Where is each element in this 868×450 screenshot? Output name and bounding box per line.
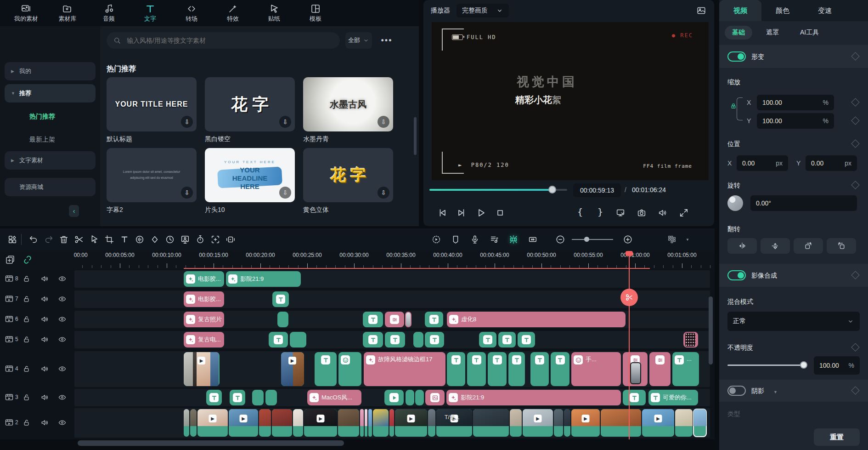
video-clip[interactable]	[428, 409, 435, 437]
nav-item-模板[interactable]: 模板	[301, 3, 330, 23]
template-tile-片头10[interactable]: YOUR TEXT HERE YOUR HEADLINE HERE⇩	[205, 148, 295, 202]
next-frame-button[interactable]	[455, 206, 468, 220]
video-clip[interactable]: ▶	[642, 409, 674, 437]
text-clip[interactable]	[498, 332, 516, 347]
playhead-line[interactable]	[629, 251, 630, 439]
clip[interactable]	[290, 332, 306, 347]
voice-change-button[interactable]	[133, 233, 147, 246]
rotate-keyframe-icon[interactable]	[851, 181, 859, 189]
track-type[interactable]: 8	[5, 274, 18, 283]
effect-clip[interactable]: 复古电...	[184, 332, 224, 347]
sidebar-item-资源商城[interactable]: 资源商城	[5, 178, 96, 196]
speaker-button[interactable]	[40, 365, 49, 373]
text-clip[interactable]: ...	[672, 352, 699, 386]
volume-button[interactable]	[656, 206, 670, 220]
video-clip[interactable]	[365, 409, 367, 437]
blend-dropdown[interactable]: 正常	[727, 312, 860, 331]
shadow-expand-icon[interactable]: ▼	[773, 390, 778, 394]
keyframe-button[interactable]	[148, 233, 162, 246]
video-clip[interactable]: ▶	[229, 409, 258, 437]
playhead-handle[interactable]	[626, 251, 633, 256]
speaker-button[interactable]	[40, 315, 49, 324]
adjustment-clip[interactable]	[623, 352, 648, 386]
track-manage-button[interactable]	[665, 233, 679, 246]
pos-x-input[interactable]: 0.00px	[737, 155, 788, 171]
text-clip[interactable]	[385, 332, 405, 347]
video-clip[interactable]	[675, 409, 693, 437]
text-clip[interactable]	[518, 332, 535, 347]
crop-button[interactable]	[102, 233, 116, 246]
zoom-out-button[interactable]	[553, 233, 567, 246]
video-clip[interactable]	[554, 409, 563, 437]
clip[interactable]	[413, 332, 423, 347]
camera-roll-button[interactable]	[224, 233, 237, 246]
flip-v-button[interactable]	[761, 238, 790, 254]
text-tool-button[interactable]	[118, 233, 131, 246]
sticker-clip[interactable]: 手...	[571, 352, 621, 386]
video-clip[interactable]	[338, 409, 359, 437]
video-viewport[interactable]: FULL HD ● REC 视觉中国 精彩小花絮 ► P80/2 120 FF4…	[432, 22, 709, 180]
tab-视频[interactable]: 视频	[719, 0, 761, 21]
speaker-button[interactable]	[40, 295, 49, 303]
trash-button[interactable]	[57, 233, 71, 246]
track-type[interactable]: 3	[5, 393, 18, 402]
nav-item-素材库[interactable]: 素材库	[53, 3, 82, 23]
template-tile-字幕2[interactable]: Lorem ipsum dolor sit amet, consectetur …	[107, 148, 197, 202]
track-type[interactable]: 5	[5, 335, 18, 344]
photo-group-clip[interactable]: ▶	[281, 352, 304, 386]
text-clip[interactable]	[530, 352, 549, 386]
seek-handle[interactable]	[548, 186, 556, 194]
split-scissors-button[interactable]	[620, 289, 638, 306]
template-tile-默认标题[interactable]: YOUR TITLE HERE⇩	[107, 77, 197, 131]
video-clip[interactable]	[272, 409, 292, 437]
speaker-button[interactable]	[40, 418, 49, 427]
mark-in-button[interactable]: {	[573, 205, 587, 219]
media-clip[interactable]	[384, 390, 404, 405]
composite-toggle[interactable]	[727, 270, 746, 280]
effect-clip[interactable]: 复古照片	[184, 312, 224, 327]
effect-clip[interactable]: 虚化8	[447, 312, 626, 327]
video-clip[interactable]	[190, 409, 197, 437]
text-clip[interactable]	[230, 390, 245, 405]
speaker-button[interactable]	[40, 393, 49, 402]
eye-button[interactable]	[58, 418, 67, 427]
speaker-button[interactable]	[40, 274, 49, 283]
download-icon[interactable]: ⇩	[378, 187, 389, 199]
effect-clip[interactable]: 故障风格滤镜边框17	[364, 352, 445, 386]
sidebar-item-热门推荐[interactable]: 热门推荐	[29, 110, 55, 124]
video-clip[interactable]	[473, 409, 509, 437]
text-clip[interactable]	[425, 312, 443, 327]
adjustment-clip[interactable]	[649, 352, 671, 386]
redo-button[interactable]	[42, 233, 56, 246]
undo-button[interactable]	[27, 233, 40, 246]
video-clip[interactable]	[389, 409, 394, 437]
sticker-clip[interactable]	[338, 352, 361, 386]
effect-clip[interactable]: 电影胶...	[184, 271, 224, 287]
text-clip[interactable]	[508, 352, 525, 386]
clip[interactable]	[415, 390, 424, 405]
track-type[interactable]: 7	[5, 294, 18, 303]
sidebar-item-我的[interactable]: ▶我的	[5, 62, 96, 80]
rotate-knob[interactable]	[727, 195, 743, 211]
video-clip[interactable]	[564, 409, 570, 437]
more-options-button[interactable]: •••	[378, 32, 396, 49]
video-clip[interactable]	[360, 409, 364, 437]
current-timecode[interactable]: 00:00:59:13	[573, 183, 621, 197]
transform-toggle[interactable]	[727, 51, 746, 62]
track-type[interactable]: 4	[5, 364, 18, 373]
text-clip[interactable]	[272, 291, 289, 307]
tab-颜色[interactable]: 颜色	[761, 0, 804, 21]
eye-button[interactable]	[58, 393, 67, 402]
add-to-track-icon[interactable]	[5, 254, 16, 265]
search-bar[interactable]	[107, 32, 340, 49]
clip[interactable]	[277, 312, 288, 327]
music-list-button[interactable]	[487, 233, 501, 246]
effect-clip[interactable]: 电影胶...	[184, 291, 224, 307]
speaker-button[interactable]	[40, 335, 49, 344]
effect-clip[interactable]: 影院21:9	[446, 390, 621, 405]
text-clip[interactable]	[479, 332, 496, 347]
scale-x-keyframe-icon[interactable]	[851, 98, 859, 106]
shadow-toggle[interactable]	[727, 386, 746, 396]
sidebar-collapse-button[interactable]: ‹	[69, 205, 79, 217]
scale-y-keyframe-icon[interactable]	[851, 116, 859, 125]
